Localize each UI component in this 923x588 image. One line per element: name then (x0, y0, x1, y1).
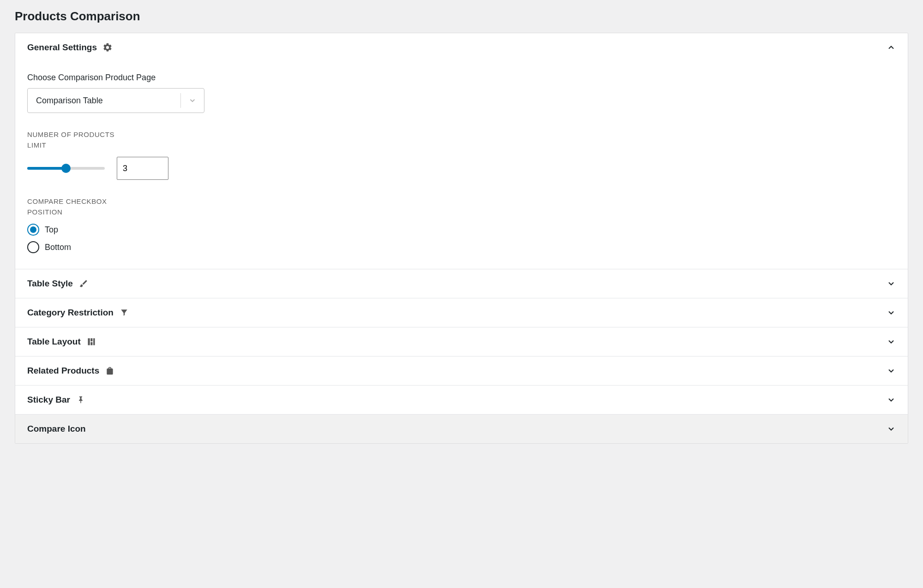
bag-icon (105, 366, 115, 376)
svg-rect-3 (93, 339, 95, 345)
chevron-down-icon (887, 424, 896, 434)
section-header-category-restriction[interactable]: Category Restriction (15, 298, 908, 327)
section-sticky-bar: Sticky Bar (15, 386, 908, 415)
page-title: Products Comparison (15, 9, 908, 24)
layout-icon (86, 337, 96, 347)
section-table-layout: Table Layout (15, 327, 908, 356)
section-related-products: Related Products (15, 356, 908, 386)
radio-indicator (27, 224, 39, 236)
gear-icon (102, 42, 113, 53)
section-general-settings: General Settings Choose Comparison Produ… (15, 33, 908, 269)
section-header-table-layout[interactable]: Table Layout (15, 327, 908, 356)
section-title: Category Restriction (27, 308, 114, 318)
section-compare-icon: Compare Icon (15, 415, 908, 443)
radio-option-top[interactable]: Top (27, 224, 896, 236)
select-value: Comparison Table (28, 96, 180, 106)
radio-label: Bottom (45, 243, 71, 252)
section-header-sticky-bar[interactable]: Sticky Bar (15, 386, 908, 414)
section-body-general: Choose Comparison Product Page Compariso… (15, 62, 908, 269)
settings-panel: General Settings Choose Comparison Produ… (15, 33, 908, 444)
section-header-related-products[interactable]: Related Products (15, 356, 908, 385)
radio-label: Top (45, 225, 58, 235)
field-label: Choose Comparison Product Page (27, 73, 896, 83)
svg-rect-0 (88, 339, 90, 345)
section-table-style: Table Style (15, 269, 908, 298)
svg-rect-2 (90, 342, 92, 345)
chevron-down-icon (887, 337, 896, 346)
chevron-down-icon (887, 366, 896, 375)
section-title: Table Style (27, 279, 73, 289)
section-category-restriction: Category Restriction (15, 298, 908, 327)
section-header-table-style[interactable]: Table Style (15, 269, 908, 298)
section-header-compare-icon[interactable]: Compare Icon (15, 415, 908, 443)
chevron-down-icon (181, 96, 204, 105)
field-checkbox-position: COMPARE CHECKBOX POSITION Top Bottom (27, 196, 896, 253)
svg-rect-1 (90, 339, 92, 342)
radio-indicator (27, 241, 39, 253)
pin-icon (76, 395, 86, 405)
section-header-general-settings[interactable]: General Settings (15, 33, 908, 62)
funnel-icon (119, 308, 129, 318)
section-title: Sticky Bar (27, 395, 70, 405)
products-limit-slider[interactable] (27, 167, 105, 170)
slider-fill (27, 167, 66, 170)
products-limit-input[interactable] (117, 157, 168, 180)
comparison-page-select[interactable]: Comparison Table (27, 88, 204, 113)
chevron-down-icon (887, 279, 896, 288)
field-comparison-page: Choose Comparison Product Page Compariso… (27, 73, 896, 113)
slider-thumb[interactable] (61, 164, 71, 173)
field-label: NUMBER OF PRODUCTS LIMIT (27, 130, 129, 150)
section-title: General Settings (27, 42, 97, 53)
brush-icon (78, 279, 89, 289)
section-title: Table Layout (27, 337, 81, 347)
field-products-limit: NUMBER OF PRODUCTS LIMIT (27, 130, 896, 180)
radio-option-bottom[interactable]: Bottom (27, 241, 896, 253)
chevron-down-icon (887, 395, 896, 404)
chevron-down-icon (887, 308, 896, 317)
field-label: COMPARE CHECKBOX POSITION (27, 196, 129, 217)
section-title: Compare Icon (27, 424, 86, 434)
section-title: Related Products (27, 366, 99, 376)
chevron-up-icon (887, 43, 896, 52)
